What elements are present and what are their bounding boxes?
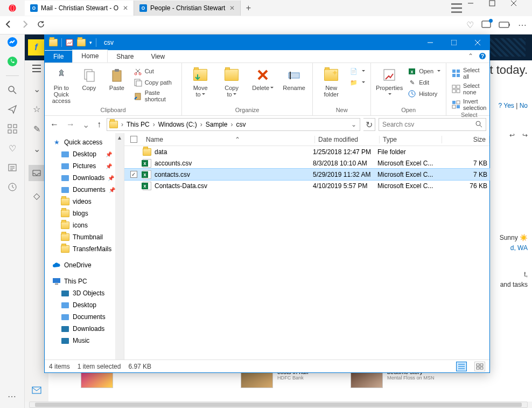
tab-close-icon[interactable]: ✕	[123, 4, 128, 12]
new-tab-button[interactable]: +	[241, 3, 256, 13]
tree-item[interactable]: Pictures📌	[45, 160, 124, 172]
sidebar-more[interactable]: ⋯	[8, 391, 17, 402]
column-headers[interactable]: Name⌃ Date modified Type Size	[124, 133, 489, 146]
tree-item[interactable]: Documents📌	[45, 184, 124, 196]
send-icon[interactable]	[7, 104, 18, 115]
search-box[interactable]: Search csv	[379, 118, 486, 131]
ribbon-tab-home[interactable]: Home	[72, 50, 108, 63]
properties-button[interactable]: Properties	[375, 65, 403, 98]
folder-icon[interactable]	[77, 39, 86, 46]
heart-icon[interactable]: ♡	[466, 20, 474, 30]
search-icon[interactable]	[7, 85, 18, 95]
tree-item[interactable]: 3D Objects	[45, 287, 124, 299]
browser-tab-inactive[interactable]: O People - Christian Stewart ✕	[134, 1, 241, 16]
chevron-down-icon[interactable]: ⌄	[33, 84, 40, 94]
easy-access-button[interactable]: 📁	[348, 78, 366, 87]
inbox-icon[interactable]	[29, 165, 45, 181]
tree-item[interactable]: blogs	[45, 208, 124, 219]
forward-button[interactable]	[20, 20, 29, 31]
select-all-button[interactable]: Select all	[451, 66, 487, 80]
tree-item[interactable]: Downloads	[45, 323, 124, 335]
qat-dropdown-icon[interactable]: ▾	[89, 40, 92, 45]
delete-button[interactable]: Delete	[249, 65, 277, 91]
file-explorer-titlebar[interactable]: ▾ csv	[45, 35, 489, 50]
tree-item[interactable]: Desktop	[45, 299, 124, 311]
chevron-down-icon[interactable]: ⌄	[33, 144, 40, 154]
tree-item[interactable]: Music	[45, 335, 124, 347]
window-close-button[interactable]	[510, 0, 532, 16]
new-folder-button[interactable]: ✦New folder	[317, 65, 345, 98]
ribbon-tab-file[interactable]: File	[45, 51, 72, 63]
nav-forward-button[interactable]: →	[64, 120, 77, 129]
nav-up-button[interactable]: ↑	[95, 120, 103, 129]
browser-tab-active[interactable]: O Mail - Christian Stewart - O ✕	[25, 1, 134, 16]
star-icon[interactable]: ☆	[33, 104, 40, 114]
cut-button[interactable]: Cut	[132, 66, 178, 76]
pin-to-quick-access-button[interactable]: Pin to Quick access	[49, 65, 74, 104]
paste-shortcut-button[interactable]: Paste shortcut	[132, 89, 178, 103]
table-row[interactable]: Contacts-Data.csv4/10/2019 5:57 PMMicros…	[124, 180, 489, 191]
window-minimize-button[interactable]	[467, 0, 489, 16]
tree-item[interactable]: videos	[45, 196, 124, 208]
tree-item[interactable]: Documents	[45, 311, 124, 323]
panels-icon[interactable]	[446, 0, 467, 16]
menu-icon[interactable]: ⋯	[518, 20, 528, 30]
ribbon-tab-share[interactable]: Share	[108, 51, 142, 63]
reply-icon[interactable]: ↩	[509, 130, 515, 141]
tab-close-icon[interactable]: ✕	[229, 4, 235, 12]
invert-selection-button[interactable]: Invert selection	[451, 98, 487, 112]
copy-button[interactable]: Copy	[77, 65, 102, 91]
breadcrumb-dropdown-icon[interactable]: ⌄	[350, 121, 358, 128]
ribbon-tab-view[interactable]: View	[142, 51, 173, 63]
window-maximize-button[interactable]	[489, 0, 510, 16]
horizontal-scrollbar[interactable]	[29, 402, 528, 408]
whatsapp-icon[interactable]	[7, 56, 18, 67]
forward-icon[interactable]: ↪	[522, 130, 528, 141]
hamburger-icon[interactable]	[32, 65, 41, 74]
select-none-button[interactable]: Select none	[451, 82, 487, 96]
diamond-icon[interactable]: ◇	[33, 191, 40, 201]
window-minimize-button[interactable]	[418, 35, 442, 50]
details-view-button[interactable]	[456, 362, 467, 371]
speed-dial-icon[interactable]	[7, 123, 18, 134]
open-button[interactable]: xOpen	[407, 66, 442, 76]
help-icon[interactable]: ?	[479, 52, 486, 61]
breadcrumb[interactable]: › This PC› Windows (C:)› Sample› csv ⌄	[107, 118, 360, 131]
window-close-button[interactable]	[466, 35, 489, 50]
heart-icon[interactable]: ♡	[7, 143, 18, 154]
mail-icon[interactable]	[32, 386, 41, 396]
messenger-icon[interactable]	[7, 37, 18, 47]
copy-path-button[interactable]: Copy path	[132, 78, 178, 87]
rename-button[interactable]: Rename	[280, 65, 308, 91]
paste-button[interactable]: Paste	[104, 65, 129, 91]
edit-button[interactable]: ✎Edit	[407, 78, 442, 87]
tree-item[interactable]: Desktop📌	[45, 148, 124, 160]
nav-back-button[interactable]: ←	[48, 120, 61, 129]
qat-properties-icon[interactable]	[66, 39, 73, 46]
tree-item[interactable]: Downloads📌	[45, 172, 124, 184]
navigation-tree[interactable]: ★Quick access Desktop📌Pictures📌Downloads…	[45, 133, 124, 359]
table-row[interactable]: ✓contacts.csv5/29/2019 11:32 AMMicrosoft…	[124, 169, 489, 180]
select-all-checkbox[interactable]	[130, 136, 137, 143]
tree-item[interactable]: TransferMails	[45, 243, 124, 255]
table-row[interactable]: data1/25/2018 12:47 PMFile folder	[124, 146, 489, 157]
history-button[interactable]: History	[407, 89, 442, 99]
tree-item[interactable]: icons	[45, 219, 124, 231]
table-row[interactable]: accounts.csv8/3/2018 10:10 AMMicrosoft E…	[124, 157, 489, 169]
copy-to-button[interactable]: Copy to	[218, 65, 246, 98]
collapse-ribbon-icon[interactable]: ⌃	[468, 52, 473, 61]
thumbnails-view-button[interactable]	[474, 362, 485, 371]
back-button[interactable]	[4, 20, 13, 31]
new-item-button[interactable]: 📄	[348, 66, 366, 76]
history-icon[interactable]	[7, 182, 18, 192]
tree-scrollbar[interactable]: ▴	[115, 133, 124, 359]
reload-button[interactable]	[37, 20, 45, 31]
nav-recent-button[interactable]: ⌄	[80, 120, 92, 130]
move-to-button[interactable]: Move to	[186, 65, 214, 98]
window-maximize-button[interactable]	[442, 35, 466, 50]
refresh-button[interactable]: ↻	[363, 118, 375, 131]
row-checkbox[interactable]: ✓	[130, 171, 137, 178]
pencil-icon[interactable]: ✎	[33, 124, 40, 134]
news-icon[interactable]	[7, 162, 18, 173]
tree-item[interactable]: Thumbnail	[45, 231, 124, 243]
